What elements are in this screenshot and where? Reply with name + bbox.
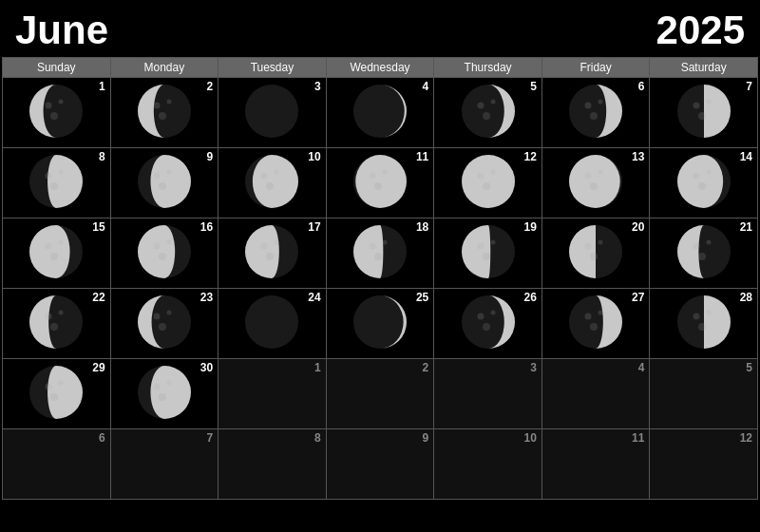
date-number: 3 [530, 361, 537, 374]
calendar-cell: 12 [650, 429, 758, 500]
calendar-cell: 7 [111, 429, 219, 500]
calendar-cell: 16 [111, 218, 219, 289]
moon-phase [675, 153, 732, 214]
calendar-cell: 4 [327, 78, 435, 148]
svg-point-2 [59, 99, 64, 104]
svg-point-119 [585, 313, 592, 319]
calendar-cell: 27 [542, 289, 651, 359]
date-number: 26 [523, 291, 536, 304]
weekday-header: Saturday [650, 58, 758, 78]
moon-phase [460, 153, 517, 214]
calendar-cell: 1 [218, 359, 327, 429]
calendar-cell: 2 [327, 359, 435, 429]
svg-point-36 [166, 169, 171, 174]
svg-point-51 [490, 169, 495, 174]
calendar-cell: 4 [542, 359, 651, 429]
date-number: 9 [423, 431, 429, 445]
date-number: 11 [416, 150, 428, 163]
month-title: June [15, 8, 108, 53]
calendar-cell: 15 [3, 218, 111, 289]
svg-point-6 [153, 102, 160, 108]
svg-point-72 [159, 253, 166, 260]
date-number: 5 [530, 80, 537, 93]
svg-point-102 [50, 323, 58, 331]
svg-point-40 [261, 172, 268, 179]
svg-point-100 [46, 313, 52, 319]
weekday-header: Wednesday [327, 58, 435, 78]
date-number: 25 [416, 291, 428, 304]
svg-point-22 [590, 112, 598, 120]
moon-phase [675, 294, 732, 354]
moon-phase [243, 223, 300, 284]
svg-point-96 [706, 239, 711, 244]
svg-point-1 [46, 102, 52, 108]
svg-point-106 [166, 310, 171, 314]
moon-phase [136, 223, 193, 284]
svg-point-61 [706, 169, 711, 174]
date-number: 6 [99, 431, 105, 445]
moon-phase [28, 153, 85, 214]
svg-point-42 [266, 182, 274, 190]
calendar-cell: 17 [218, 218, 327, 289]
svg-point-76 [275, 239, 279, 244]
date-number: 7 [206, 431, 213, 445]
moon-phase [352, 223, 408, 284]
svg-point-85 [477, 242, 484, 249]
svg-point-136 [159, 393, 166, 401]
svg-point-114 [477, 313, 484, 319]
svg-point-50 [477, 172, 484, 179]
moon-phase [352, 83, 408, 143]
date-number: 12 [523, 150, 536, 163]
calendar-cell: 14 [650, 148, 758, 218]
svg-point-125 [706, 310, 711, 314]
moon-phase [567, 83, 624, 143]
svg-point-82 [374, 253, 382, 260]
svg-point-121 [590, 323, 598, 331]
svg-point-7 [166, 99, 171, 104]
calendar-cell: 1 [3, 78, 111, 148]
svg-point-37 [159, 182, 166, 190]
calendar-cell: 8 [3, 148, 111, 218]
svg-point-45 [369, 172, 375, 179]
calendar-cell: 8 [218, 429, 327, 500]
calendar-cell: 21 [650, 218, 758, 289]
svg-point-47 [374, 182, 382, 190]
svg-point-20 [585, 102, 592, 108]
date-number: 12 [740, 431, 752, 445]
moon-phase [28, 294, 85, 354]
svg-point-120 [598, 310, 603, 314]
svg-point-75 [261, 242, 268, 249]
date-number: 2 [206, 80, 213, 93]
calendar-cell: 9 [327, 429, 435, 500]
svg-point-8 [159, 112, 166, 120]
date-number: 15 [92, 220, 104, 234]
svg-point-101 [59, 310, 64, 314]
date-number: 30 [200, 361, 213, 374]
calendar-cell: 12 [434, 148, 542, 218]
calendar-cell: 5 [650, 359, 758, 429]
moon-phase [243, 153, 300, 214]
moon-phase [675, 83, 732, 143]
calendar-cell: 9 [111, 148, 219, 218]
date-number: 10 [523, 431, 536, 445]
calendar-cell: 10 [218, 148, 327, 218]
calendar-cell: 24 [218, 289, 327, 359]
svg-point-30 [46, 172, 52, 179]
date-number: 20 [632, 220, 644, 234]
svg-point-134 [153, 383, 160, 390]
calendar-cell: 11 [327, 148, 435, 218]
svg-point-31 [59, 169, 64, 174]
weekday-header: Thursday [434, 58, 542, 78]
moon-phase [136, 153, 193, 214]
svg-point-32 [50, 182, 58, 190]
calendar-cell: 5 [434, 78, 542, 148]
svg-point-91 [598, 239, 603, 244]
svg-point-65 [46, 242, 52, 249]
svg-point-124 [693, 313, 699, 319]
svg-point-126 [698, 323, 706, 331]
svg-point-92 [590, 253, 598, 260]
date-number: 1 [99, 80, 105, 93]
moon-phase [675, 223, 732, 284]
moon-phase [28, 364, 85, 425]
date-number: 27 [632, 291, 644, 304]
